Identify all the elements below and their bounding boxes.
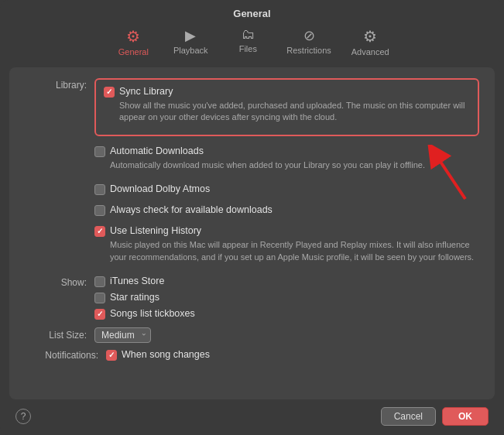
auto-downloads-row: Automatic Downloads [94,146,479,157]
dolby-title: Download Dolby Atmos [110,183,210,194]
songs-tickboxes-row: Songs list tickboxes [94,308,195,320]
listening-history-title: Use Listening History [110,225,201,236]
when-song-changes-label: When song changes [122,349,210,360]
play-icon: ▶ [185,27,196,44]
footer: ? Cancel OK [0,399,504,435]
check-downloads-section: Always check for available downloads [25,204,479,218]
itunes-store-row: iTunes Store [94,276,195,287]
auto-downloads-checkbox[interactable] [94,146,105,157]
auto-downloads-title: Automatic Downloads [110,146,204,156]
star-ratings-row: Star ratings [94,292,195,303]
listening-history-row: Use Listening History [94,225,479,237]
footer-buttons: Cancel OK [381,407,489,426]
show-items: iTunes Store Star ratings Songs list tic… [94,276,195,321]
dolby-checkbox[interactable] [94,184,105,195]
dolby-section: Download Dolby Atmos [25,183,479,197]
tab-general-label: General [118,47,149,57]
tab-files-label: Files [239,44,257,53]
songs-tickboxes-checkbox[interactable] [94,309,105,320]
auto-downloads-desc: Automatically download music when added … [110,159,479,171]
ok-button[interactable]: OK [442,407,489,426]
list-size-wrapper: Small Medium Large [94,327,151,343]
auto-downloads-section: Automatic Downloads Automatically downlo… [25,146,479,176]
library-label: Library: [25,78,94,91]
star-ratings-label: Star ratings [110,292,159,303]
when-song-changes-row: When song changes [106,349,210,361]
check-downloads-checkbox[interactable] [94,205,105,216]
check-downloads-row: Always check for available downloads [94,204,479,216]
library-content: Sync Library Show all the music you've a… [94,78,479,138]
tab-restrictions[interactable]: ⊘ Restrictions [279,24,338,60]
sync-library-checkbox[interactable] [104,87,115,98]
restrictions-icon: ⊘ [303,27,315,44]
sync-library-row: Sync Library [104,86,470,98]
songs-tickboxes-label: Songs list tickboxes [110,308,195,319]
show-section: Show: iTunes Store Star ratings Songs li… [25,276,479,321]
list-size-label: List Size: [25,330,94,341]
star-ratings-checkbox[interactable] [94,293,105,303]
gear-icon: ⚙︎ [126,27,140,46]
listening-history-desc: Music played on this Mac will appear in … [110,239,479,263]
cancel-button[interactable]: Cancel [381,407,436,426]
sync-library-title: Sync Library [119,86,173,97]
tab-playback[interactable]: ▶ Playback [164,24,217,60]
list-size-section: List Size: Small Medium Large [25,327,479,343]
tab-advanced[interactable]: ⚙ Advanced [344,24,397,60]
tab-advanced-label: Advanced [351,47,389,57]
listening-history-section: Use Listening History Music played on th… [25,225,479,268]
library-section: Library: Sync Library Show all the music… [25,78,479,138]
itunes-store-checkbox[interactable] [94,276,105,287]
advanced-icon: ⚙ [363,27,377,46]
itunes-store-label: iTunes Store [110,276,164,286]
tab-bar: ⚙︎ General ▶ Playback 🗂 Files ⊘ Restrict… [0,24,504,67]
main-panel: Library: Sync Library Show all the music… [9,67,495,399]
help-label: ? [21,411,26,422]
dolby-row: Download Dolby Atmos [94,183,479,195]
sync-library-desc: Show all the music you've added, purchas… [119,100,470,124]
help-button[interactable]: ? [15,409,31,424]
listening-history-checkbox[interactable] [94,226,105,237]
sync-library-box: Sync Library Show all the music you've a… [94,78,479,136]
show-label: Show: [25,276,94,288]
notifications-section: Notifications: When song changes [25,349,479,362]
notifications-label: Notifications: [25,350,106,361]
tab-restrictions-label: Restrictions [286,46,331,55]
when-song-changes-checkbox[interactable] [106,350,117,361]
tab-general[interactable]: ⚙︎ General [107,24,159,60]
files-icon: 🗂 [242,27,255,43]
tab-files[interactable]: 🗂 Files [221,24,274,60]
window-title: General [233,8,270,19]
list-size-select[interactable]: Small Medium Large [94,327,151,343]
tab-playback-label: Playback [173,46,208,55]
check-downloads-title: Always check for available downloads [110,204,273,215]
